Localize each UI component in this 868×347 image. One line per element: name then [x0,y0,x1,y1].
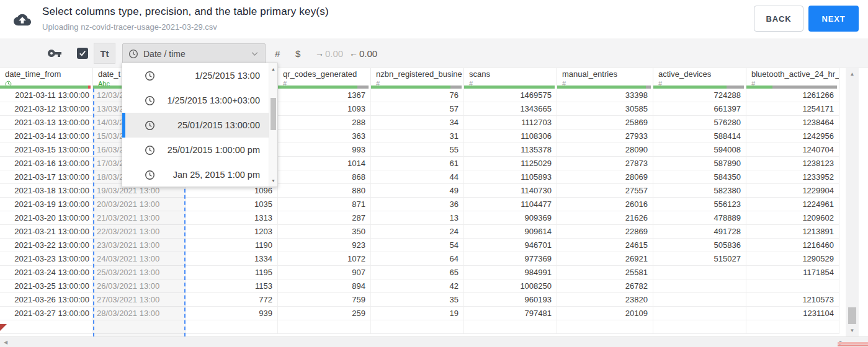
cell[interactable]: 1014 [278,157,371,170]
cell[interactable]: 64 [371,252,464,265]
cell[interactable]: 1469575 [464,89,557,102]
cell[interactable] [653,266,746,279]
cell[interactable]: 478889 [653,211,746,224]
cell[interactable]: 19 [371,307,464,320]
cell[interactable]: 55 [371,143,464,156]
back-button[interactable]: BACK [754,6,803,32]
cell[interactable]: 2021-03-25 13:00:00 [0,279,93,292]
cell[interactable]: 797481 [464,307,557,320]
cell[interactable]: 1210573 [746,293,839,306]
cell[interactable]: 21/03/2021 13:00 [93,211,186,224]
cell[interactable]: 1035 [186,198,278,211]
cell[interactable]: 594008 [653,143,746,156]
cell[interactable]: 1238464 [746,116,839,129]
cell[interactable]: 556123 [653,198,746,211]
cell[interactable] [371,320,464,333]
cell[interactable]: 946701 [464,239,557,252]
cell[interactable]: 868 [278,170,371,183]
cell[interactable]: 35 [371,293,464,306]
cell[interactable] [653,279,746,292]
cell[interactable]: 24615 [557,239,653,252]
cell[interactable] [0,320,93,333]
cell[interactable]: 20109 [557,307,653,320]
cell[interactable]: 2021-03-22 13:00:00 [0,239,93,252]
cell[interactable]: 2021-03-19 13:00:00 [0,198,93,211]
cell[interactable]: 505836 [653,239,746,252]
column-header-qr_codes_generated[interactable]: qr_codes_generated# [278,68,371,89]
cell[interactable]: 22869 [557,225,653,238]
cell[interactable]: 28/03/2021 13:00 [93,307,186,320]
cell[interactable]: 36 [371,198,464,211]
cell[interactable] [653,293,746,306]
cell[interactable]: 984991 [464,266,557,279]
cell[interactable]: 759 [278,293,371,306]
column-header-scans[interactable]: scans# [464,68,557,89]
cell[interactable] [746,279,839,292]
cell[interactable]: 1195 [186,266,278,279]
cell[interactable]: 49 [371,184,464,197]
cell[interactable]: 1203 [186,225,278,238]
cell[interactable]: 65 [371,266,464,279]
cell[interactable]: 993 [278,143,371,156]
cell[interactable] [557,320,653,333]
cell[interactable]: 2021-03-26 13:00:00 [0,293,93,306]
column-header-date_time_from[interactable]: date_time_from [0,68,93,89]
scroll-left-icon[interactable]: ◀ [4,338,7,347]
cell[interactable]: 977369 [464,252,557,265]
currency-type-button[interactable]: $ [295,38,300,68]
cell[interactable]: 44 [371,170,464,183]
cell[interactable]: 21626 [557,211,653,224]
cell[interactable] [278,320,371,333]
cell[interactable] [93,320,186,333]
column-type-select[interactable]: Date / time [122,43,266,64]
cell[interactable]: 363 [278,130,371,143]
cell[interactable]: 1105893 [464,170,557,183]
cell[interactable]: 907 [278,266,371,279]
cell[interactable]: 880 [278,184,371,197]
cell[interactable]: 923 [278,239,371,252]
horizontal-scrollbar[interactable]: ◀ ▶ [0,336,868,347]
cell[interactable]: 588414 [653,130,746,143]
cell[interactable]: 909614 [464,225,557,238]
dropdown-scrollbar[interactable]: ▲ ▼ [269,63,277,187]
cell[interactable]: 1261266 [746,89,839,102]
cell[interactable]: 1224961 [746,198,839,211]
cell[interactable]: 1233952 [746,170,839,183]
primary-key-icon[interactable] [47,38,63,68]
cell[interactable]: 2021-03-15 13:00:00 [0,143,93,156]
cell[interactable]: 1112703 [464,116,557,129]
cell[interactable]: 2021-03-13 13:00:00 [0,116,93,129]
selected-checkbox[interactable] [77,48,88,59]
cell[interactable]: 26782 [557,279,653,292]
cell[interactable]: 1213891 [746,225,839,238]
cell[interactable]: 13 [371,211,464,224]
cell[interactable]: 34 [371,116,464,129]
cell[interactable]: 909369 [464,211,557,224]
cell[interactable]: 939 [186,307,278,320]
cell[interactable]: 27557 [557,184,653,197]
cell[interactable]: 23820 [557,293,653,306]
cell[interactable]: 1313 [186,211,278,224]
cell[interactable]: 27933 [557,130,653,143]
cell[interactable]: 2021-03-11 13:00:00 [0,89,93,102]
cell[interactable]: 1135378 [464,143,557,156]
cell[interactable]: 491728 [653,225,746,238]
cell[interactable]: 894 [278,279,371,292]
cell[interactable]: 57 [371,102,464,115]
cell[interactable]: 1334 [186,252,278,265]
cell[interactable]: 27/03/2021 13:00 [93,293,186,306]
cell[interactable]: 576280 [653,116,746,129]
cell[interactable]: 661397 [653,102,746,115]
scroll-up-icon[interactable]: ▲ [846,71,859,77]
text-type-button[interactable]: Tt [94,43,115,64]
cell[interactable]: 1140730 [464,184,557,197]
cell[interactable]: 2021-03-27 13:00:00 [0,307,93,320]
cell[interactable]: 30585 [557,102,653,115]
cell[interactable]: 587890 [653,157,746,170]
cell[interactable]: 1008250 [464,279,557,292]
cell[interactable]: 1242956 [746,130,839,143]
cell[interactable]: 28090 [557,143,653,156]
date-format-option[interactable]: 25/01/2015 1:00:00 pm [122,138,269,162]
cell[interactable]: 288 [278,116,371,129]
cell[interactable]: 350 [278,225,371,238]
